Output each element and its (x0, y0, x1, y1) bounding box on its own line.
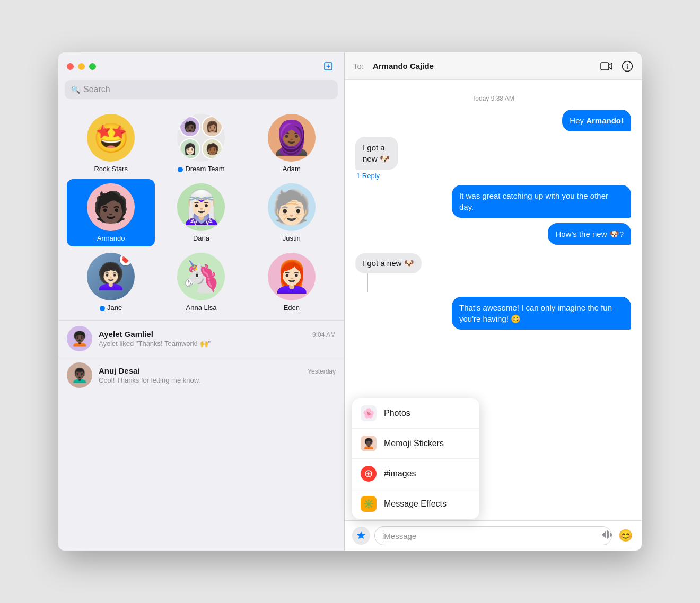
popup-label-effects: Message Effects (384, 499, 447, 509)
effects-icon: ✳️ (361, 496, 377, 512)
pinned-item-armando[interactable]: 🧑🏿 Armando (67, 179, 155, 246)
conversation-item-anuj[interactable]: 👨🏿‍🦱 Anuj Desai Yesterday Cool! Thanks f… (58, 357, 344, 393)
emoji-button[interactable]: 😊 (616, 527, 634, 545)
svg-point-3 (627, 64, 628, 65)
avatar-anna-lisa: 🦄 (177, 253, 225, 300)
ghost-bubble: I got a new 🐶 (355, 253, 422, 273)
svg-rect-11 (610, 533, 611, 537)
search-bar: 🔍 (65, 80, 338, 99)
thread-area: I got a new 🐶 (355, 253, 631, 292)
avatar-rock-stars: 🤩 (87, 114, 135, 162)
info-button[interactable] (622, 60, 633, 72)
conv-time-anuj: Yesterday (308, 368, 336, 375)
avatar-dream-team: 👋 🧑🏿 👩🏽 👩🏻 🧑🏾 (177, 114, 225, 162)
avatar-adam: 🧕🏾 (268, 114, 316, 162)
popup-label-photos: Photos (384, 409, 410, 418)
popup-menu: 🌸 Photos 🧑🏿‍🦱 Memoji Stickers (352, 398, 479, 519)
pinned-item-rock-stars[interactable]: 🤩 Rock Stars (67, 110, 155, 177)
chat-recipient-info: To: Armando Cajide (353, 61, 434, 71)
contact-name-rock-stars: Rock Stars (94, 165, 128, 173)
conversation-item-ayelet[interactable]: 🧑🏿‍🦱 Ayelet Gamliel 9:04 AM Ayelet liked… (58, 320, 344, 357)
popup-label-memoji: Memoji Stickers (384, 439, 444, 448)
conv-preview-ayelet: Ayelet liked "Thanks! Teamwork! 🙌" (99, 340, 336, 348)
unread-dot-dream-team (178, 167, 183, 172)
sidebar: 🔍 🤩 Rock Stars 👋 🧑🏿 👩🏽 👩🏻 (58, 52, 345, 551)
photos-icon: 🌸 (361, 405, 377, 421)
conv-name-ayelet: Ayelet Gamliel (99, 330, 153, 339)
thread-line (367, 273, 368, 292)
close-button[interactable] (67, 63, 74, 70)
contact-name-dream-team: Dream Team (178, 165, 224, 173)
app-window: 🔍 🤩 Rock Stars 👋 🧑🏿 👩🏽 👩🏻 (58, 52, 642, 551)
compose-button[interactable] (321, 59, 336, 74)
pinned-item-jane[interactable]: 👩🏻‍🦱 ❤️ Jane (67, 249, 155, 316)
avatar-justin: 🧓🏻 (268, 183, 316, 231)
minimize-button[interactable] (78, 63, 85, 70)
contact-name-armando: Armando (97, 234, 125, 242)
search-input[interactable] (83, 85, 331, 94)
contact-name-adam: Adam (283, 165, 301, 173)
svg-rect-12 (611, 534, 612, 536)
message-row-2: I got a new 🐶 1 Reply (355, 137, 631, 180)
message-row-6: That's awesome! I can only imagine the f… (355, 297, 631, 330)
conv-name-anuj: Anuj Desai (99, 366, 140, 375)
message-row-1: Hey Armando! (355, 110, 631, 131)
chat-panel: To: Armando Cajide (345, 52, 642, 551)
message-bubble-6: That's awesome! I can only imagine the f… (452, 297, 631, 330)
svg-rect-7 (603, 533, 605, 537)
app-store-button[interactable] (352, 527, 370, 545)
pinned-item-anna-lisa[interactable]: 🦄 Anna Lisa (157, 249, 245, 316)
contact-name-eden: Eden (284, 304, 300, 312)
message-row-4: How's the new 🐶? (355, 223, 631, 245)
contact-name-jane: Jane (100, 304, 122, 312)
conv-preview-anuj: Cool! Thanks for letting me know. (99, 376, 336, 384)
popup-item-images[interactable]: #images (352, 459, 479, 489)
svg-rect-6 (602, 534, 603, 536)
message-bubble-3: It was great catching up with you the ot… (452, 185, 631, 218)
conv-time-ayelet: 9:04 AM (312, 331, 336, 339)
conv-avatar-ayelet: 🧑🏿‍🦱 (67, 326, 92, 351)
audio-wave-icon (602, 530, 612, 541)
popup-item-effects[interactable]: ✳️ Message Effects (352, 489, 479, 519)
pinned-contacts-grid: 🤩 Rock Stars 👋 🧑🏿 👩🏽 👩🏻 🧑🏾 Dream Team (58, 105, 344, 320)
svg-rect-9 (607, 530, 608, 539)
popup-item-photos[interactable]: 🌸 Photos (352, 398, 479, 429)
reply-link[interactable]: 1 Reply (356, 172, 422, 180)
popup-label-images: #images (384, 469, 416, 478)
pinned-item-darla[interactable]: 🧝🏻‍♀️ Darla (157, 179, 245, 246)
heart-badge-jane: ❤️ (120, 254, 132, 265)
conversation-list: 🧑🏿‍🦱 Ayelet Gamliel 9:04 AM Ayelet liked… (58, 320, 344, 551)
conv-info-anuj: Anuj Desai Yesterday Cool! Thanks for le… (99, 366, 336, 384)
traffic-lights (67, 63, 96, 70)
svg-rect-1 (601, 63, 609, 70)
titlebar (58, 52, 344, 80)
conv-info-ayelet: Ayelet Gamliel 9:04 AM Ayelet liked "Tha… (99, 330, 336, 348)
images-icon (361, 466, 377, 482)
unread-dot-jane (100, 306, 105, 311)
recipient-name: Armando Cajide (373, 61, 434, 70)
video-call-button[interactable] (600, 61, 613, 72)
message-bubble-1: Hey Armando! (562, 110, 631, 131)
contact-name-justin: Justin (283, 234, 301, 242)
contact-name-anna-lisa: Anna Lisa (186, 304, 217, 312)
to-label: To: (353, 61, 364, 70)
pinned-item-adam[interactable]: 🧕🏾 Adam (248, 110, 336, 177)
message-row-3: It was great catching up with you the ot… (355, 185, 631, 218)
pinned-item-dream-team[interactable]: 👋 🧑🏿 👩🏽 👩🏻 🧑🏾 Dream Team (157, 110, 245, 177)
fullscreen-button[interactable] (89, 63, 96, 70)
pinned-item-eden[interactable]: 👩🏻‍🦰 Eden (248, 249, 336, 316)
message-input[interactable] (374, 526, 612, 545)
avatar-jane: 👩🏻‍🦱 ❤️ (87, 253, 135, 300)
svg-rect-8 (605, 531, 606, 538)
chat-header: To: Armando Cajide (345, 52, 642, 80)
search-icon: 🔍 (71, 85, 80, 94)
message-bubble-2: I got a new 🐶 (355, 137, 398, 170)
pinned-item-justin[interactable]: 🧓🏻 Justin (248, 179, 336, 246)
input-area: 🌸 Photos 🧑🏿‍🦱 Memoji Stickers (345, 520, 642, 551)
message-timestamp: Today 9:38 AM (355, 95, 631, 102)
memoji-icon: 🧑🏿‍🦱 (361, 436, 377, 451)
avatar-armando: 🧑🏿 (87, 183, 135, 231)
contact-name-darla: Darla (193, 234, 209, 242)
svg-rect-10 (608, 531, 609, 538)
popup-item-memoji[interactable]: 🧑🏿‍🦱 Memoji Stickers (352, 429, 479, 459)
